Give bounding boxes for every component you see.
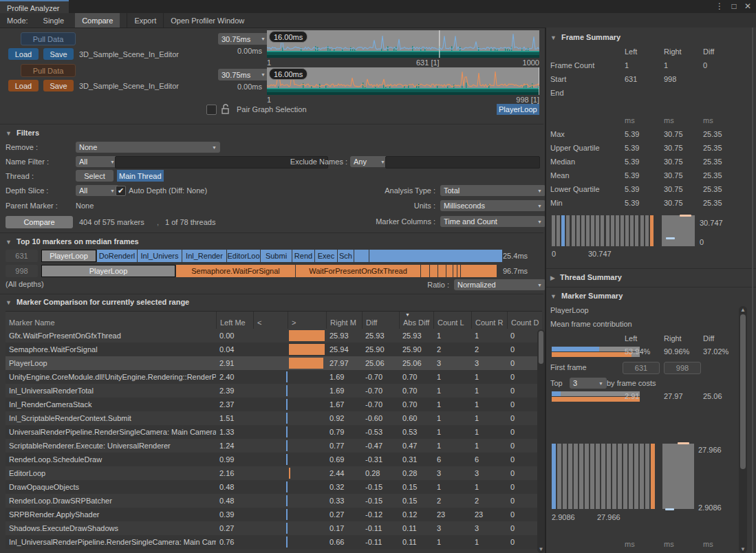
save-button-left[interactable]: Save [43, 48, 74, 60]
marker-columns-dropdown[interactable]: Time and Count▼ [440, 216, 546, 227]
table-scrollbar[interactable]: ▼ [537, 329, 545, 553]
exclude-mode-dropdown[interactable]: Any▼ [350, 156, 389, 167]
marker-summary-header[interactable]: ▼ Marker Summary [550, 292, 623, 300]
histogram-bar[interactable] [586, 215, 590, 246]
histogram-bar[interactable] [576, 215, 580, 246]
units-dropdown[interactable]: Milliseconds▼ [440, 200, 546, 211]
summary-scrollbar-thumb[interactable] [740, 314, 746, 469]
histogram-bar[interactable] [645, 444, 649, 509]
histogram-bar[interactable] [563, 444, 567, 509]
table-row[interactable]: Gfx.WaitForPresentOnGfxThread0.0025.9325… [6, 329, 542, 343]
top10-segment[interactable]: Exec [315, 250, 337, 262]
histogram-bar[interactable] [634, 444, 638, 509]
scroll-down-icon[interactable]: ▼ [739, 546, 747, 552]
frame-summary-header[interactable]: ▼ Frame Summary [550, 33, 620, 41]
table-scrollbar-thumb[interactable] [539, 331, 543, 364]
mode-single-button[interactable]: Single [32, 13, 76, 28]
scroll-down-icon[interactable]: ▼ [537, 546, 545, 552]
top10-segment[interactable] [354, 250, 369, 262]
histogram-bar[interactable] [574, 444, 578, 509]
pull-data-button-right[interactable]: Pull Data [21, 64, 76, 77]
top10-segment[interactable]: PlayerLoop [41, 250, 96, 262]
table-row[interactable]: SRPBRender.ApplyShader0.390.27-0.120.122… [6, 508, 542, 521]
thread-value[interactable]: Main Thread [117, 170, 164, 182]
top10-segment[interactable]: Rend [292, 250, 314, 262]
mode-compare-button[interactable]: Compare [75, 13, 120, 28]
table-row[interactable]: UnityEngine.CoreModule.dll!UnityEngine.R… [6, 370, 542, 384]
thread-select-button[interactable]: Select [76, 170, 114, 182]
exclude-names-input[interactable] [385, 156, 540, 169]
remove-dropdown[interactable]: None▼ [76, 142, 220, 153]
top10-header[interactable]: ▼ Top 10 markers on median frames [6, 237, 139, 246]
frame-number-chip[interactable]: 631 [6, 250, 38, 262]
histogram-bar[interactable] [601, 215, 604, 246]
table-row[interactable]: DrawOpaqueObjects0.480.32-0.150.15110 [6, 480, 542, 494]
table-row[interactable]: Inl_UniversalRenderTotal2.391.69-0.700.7… [6, 384, 542, 398]
histogram-bar[interactable] [616, 215, 619, 246]
histogram-bar[interactable] [645, 215, 649, 246]
top10-segment[interactable] [453, 265, 457, 277]
histogram-bar[interactable] [572, 215, 575, 246]
histogram-bar[interactable] [591, 215, 594, 246]
load-button-right[interactable]: Load [8, 80, 39, 91]
column-header-count-l[interactable]: Count L [433, 312, 471, 329]
table-row[interactable]: ScriptableRenderer.Execute: UniversalRen… [6, 439, 542, 453]
histogram-bar[interactable] [612, 444, 616, 509]
depth-slice-dropdown[interactable]: All▼ [76, 185, 118, 196]
top-n-dropdown[interactable]: 3▼ [570, 378, 607, 389]
histogram-bar[interactable] [618, 444, 622, 509]
top10-segment[interactable] [457, 265, 460, 277]
column-header-count-d[interactable]: Count D [507, 312, 542, 329]
histogram-bar[interactable] [581, 215, 585, 246]
table-row[interactable]: PlayerLoop2.9127.9725.0625.06330 [6, 356, 542, 370]
first-frame-left-button[interactable]: 631 [623, 362, 660, 374]
histogram-bar[interactable] [630, 215, 634, 246]
table-row[interactable]: EditorLoop2.162.440.280.28330 [6, 466, 542, 480]
histogram-bar[interactable] [640, 215, 644, 246]
ratio-dropdown[interactable]: Normalized▼ [454, 279, 546, 290]
histogram-bar[interactable] [601, 444, 605, 509]
column-header--[interactable]: > [288, 312, 326, 329]
table-row[interactable]: Inl_UniversalRenderPipeline.RenderSingle… [6, 535, 542, 549]
column-header-abs-diff[interactable]: Abs Diff▼ [399, 312, 433, 329]
filters-header[interactable]: ▼ Filters [6, 129, 39, 137]
selected-marker-chip[interactable]: PlayerLoop [497, 104, 539, 115]
histogram-bar[interactable] [635, 215, 638, 246]
scroll-up-icon[interactable]: ▲ [739, 307, 747, 313]
open-profiler-window-button[interactable]: Open Profiler Window [164, 13, 251, 28]
histogram-bar[interactable] [590, 444, 594, 509]
export-button[interactable]: Export [127, 13, 163, 28]
thread-summary-header[interactable]: ▶ Thread Summary [550, 273, 622, 281]
close-icon[interactable]: ✕ [742, 1, 754, 12]
window-menu-icon[interactable]: ⋮ [713, 1, 726, 12]
column-header--[interactable]: < [253, 312, 288, 329]
histogram-bar[interactable] [552, 444, 556, 509]
table-row[interactable]: RenderLoop.ScheduleDraw0.990.69-0.310.31… [6, 453, 542, 466]
column-header-right-m[interactable]: Right M [326, 312, 362, 329]
frame-graph-right[interactable]: 16.00ms [267, 67, 539, 95]
comparison-header[interactable]: ▼ Marker Comparison for currently select… [6, 298, 189, 306]
top10-segment[interactable] [461, 265, 497, 277]
histogram-bar[interactable] [552, 215, 555, 246]
top10-segment[interactable]: Inl_Render [182, 250, 226, 262]
marker-summary-histogram[interactable] [552, 444, 656, 509]
histogram-bar[interactable] [561, 215, 565, 246]
top10-segment[interactable] [430, 265, 438, 277]
top10-segment[interactable] [369, 250, 502, 262]
histogram-bar[interactable] [606, 215, 609, 246]
top10-segment[interactable] [421, 265, 429, 277]
top10-segment[interactable] [438, 265, 446, 277]
top10-segment[interactable]: EditorLoo [227, 250, 260, 262]
histogram-bar[interactable] [566, 215, 570, 246]
graph-scale-dropdown-left[interactable]: 30.75ms▼ [218, 33, 269, 45]
histogram-bar[interactable] [650, 215, 654, 246]
maximize-icon[interactable]: □ [728, 1, 740, 12]
histogram-bar[interactable] [579, 444, 583, 509]
histogram-bar[interactable] [620, 215, 624, 246]
summary-scrollbar[interactable]: ▲ ▼ [739, 306, 747, 553]
column-header-marker-name[interactable]: Marker Name [6, 312, 216, 329]
name-filter-mode-dropdown[interactable]: All▼ [76, 156, 118, 167]
top10-segment[interactable]: DoRenderl [97, 250, 137, 262]
table-row[interactable]: Shadows.ExecuteDrawShadows0.270.17-0.110… [6, 521, 542, 535]
top10-segment[interactable]: Inl_Univers [138, 250, 182, 262]
